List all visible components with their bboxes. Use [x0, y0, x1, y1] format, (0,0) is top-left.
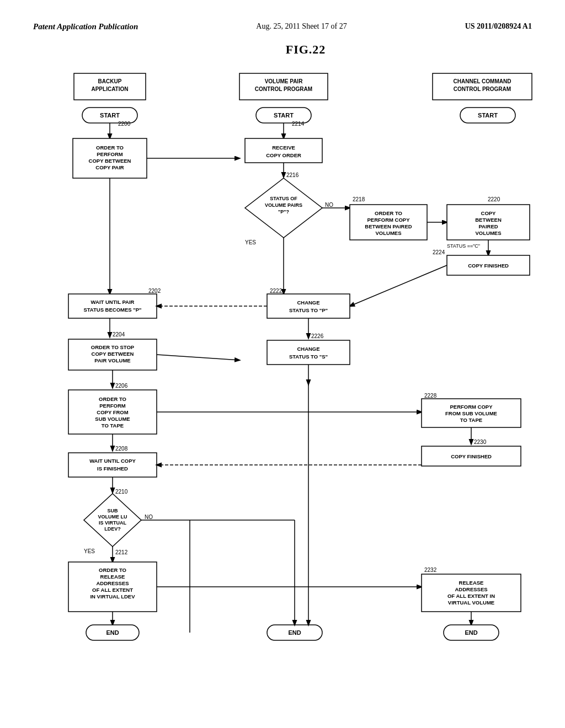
svg-text:PAIRED: PAIRED: [478, 223, 498, 229]
svg-text:2224: 2224: [433, 249, 445, 255]
svg-text:2212: 2212: [115, 549, 128, 555]
svg-text:STATUS BECOMES "P": STATUS BECOMES "P": [83, 307, 141, 313]
flowchart: BACKUP APPLICATION VOLUME PAIR CONTROL P…: [57, 68, 554, 702]
svg-text:STATUS =="C": STATUS =="C": [447, 243, 480, 249]
svg-text:WAIT UNTIL COPY: WAIT UNTIL COPY: [89, 458, 136, 464]
svg-text:YES: YES: [84, 548, 95, 554]
svg-text:STATUS TO "P": STATUS TO "P": [289, 307, 328, 313]
svg-text:2232: 2232: [424, 567, 437, 573]
svg-text:CHANNEL COMMAND: CHANNEL COMMAND: [454, 78, 511, 84]
svg-text:2228: 2228: [424, 393, 437, 399]
figure-area: FIG.22 BACKUP APPLICATION VOLUME PAIR CO…: [46, 42, 565, 702]
page: Patent Application Publication Aug. 25, …: [0, 0, 565, 728]
svg-text:START: START: [100, 112, 120, 119]
svg-text:"P"?: "P"?: [278, 209, 289, 215]
svg-text:2200: 2200: [118, 121, 131, 127]
svg-text:NO: NO: [325, 202, 333, 208]
svg-text:ORDER TO: ORDER TO: [375, 210, 402, 216]
svg-line-106: [350, 265, 447, 306]
svg-text:VIRTUAL VOLUME: VIRTUAL VOLUME: [448, 599, 494, 606]
svg-rect-21: [68, 294, 157, 318]
svg-text:2206: 2206: [115, 383, 128, 389]
svg-text:FROM SUB VOLUME: FROM SUB VOLUME: [445, 410, 497, 416]
svg-text:ADDRESSES: ADDRESSES: [96, 580, 129, 586]
svg-line-31: [157, 355, 239, 360]
svg-rect-107: [267, 294, 350, 318]
svg-text:2216: 2216: [286, 172, 299, 178]
svg-text:CHANGE: CHANGE: [297, 299, 319, 306]
svg-text:IS VIRTUAL: IS VIRTUAL: [99, 520, 127, 526]
svg-text:RELEASE: RELEASE: [459, 580, 484, 586]
svg-text:ORDER TO STOP: ORDER TO STOP: [91, 344, 135, 350]
svg-text:VOLUMES: VOLUMES: [376, 230, 402, 236]
svg-text:2210: 2210: [115, 489, 128, 495]
svg-text:PERFORM COPY: PERFORM COPY: [367, 217, 410, 223]
svg-text:COPY BETWEEN: COPY BETWEEN: [92, 351, 134, 357]
svg-text:CONTROL PROGRAM: CONTROL PROGRAM: [255, 86, 312, 92]
svg-text:2222: 2222: [270, 288, 282, 294]
svg-text:ADDRESSES: ADDRESSES: [455, 586, 487, 592]
svg-text:VOLUME LU: VOLUME LU: [98, 514, 127, 520]
svg-text:2230: 2230: [474, 439, 487, 445]
svg-text:COPY ORDER: COPY ORDER: [266, 152, 301, 158]
svg-text:CHANGE: CHANGE: [297, 346, 319, 352]
svg-text:VOLUME PAIR: VOLUME PAIR: [265, 78, 303, 84]
svg-text:LDEV?: LDEV?: [104, 526, 121, 532]
date-sheet-label: Aug. 25, 2011 Sheet 17 of 27: [256, 22, 347, 31]
svg-text:NO: NO: [145, 514, 153, 520]
svg-text:COPY FINISHED: COPY FINISHED: [468, 263, 509, 269]
svg-text:PAIR VOLUME: PAIR VOLUME: [94, 357, 130, 363]
publication-label: Patent Application Publication: [33, 22, 138, 31]
svg-text:ORDER TO: ORDER TO: [96, 144, 124, 151]
figure-title: FIG.22: [46, 42, 565, 57]
svg-text:BETWEEN: BETWEEN: [475, 217, 502, 223]
svg-text:BETWEEN PAIRED: BETWEEN PAIRED: [365, 223, 412, 229]
patent-number-label: US 2011/0208924 A1: [465, 22, 532, 31]
svg-text:PERFORM: PERFORM: [97, 151, 123, 157]
svg-text:CONTROL PROGRAM: CONTROL PROGRAM: [454, 86, 511, 92]
svg-text:IN VIRTUAL LDEV: IN VIRTUAL LDEV: [90, 593, 135, 599]
svg-text:STATUS TO "S": STATUS TO "S": [289, 354, 328, 360]
svg-text:2218: 2218: [353, 196, 365, 202]
header: Patent Application Publication Aug. 25, …: [0, 0, 565, 37]
svg-text:COPY BETWEEN: COPY BETWEEN: [89, 158, 131, 164]
svg-text:ORDER TO: ORDER TO: [99, 567, 126, 573]
svg-text:2226: 2226: [311, 333, 324, 339]
svg-text:VOLUME PAIRS: VOLUME PAIRS: [265, 202, 302, 208]
svg-text:2208: 2208: [115, 446, 128, 452]
svg-text:PERFORM COPY: PERFORM COPY: [450, 404, 493, 410]
svg-rect-43: [68, 453, 157, 477]
svg-text:TO TAPE: TO TAPE: [102, 422, 124, 429]
svg-text:OF ALL EXTENT IN: OF ALL EXTENT IN: [447, 593, 495, 599]
svg-text:YES: YES: [245, 239, 256, 245]
svg-text:TO TAPE: TO TAPE: [460, 417, 482, 423]
svg-text:ORDER TO: ORDER TO: [99, 396, 126, 402]
svg-text:COPY PAIR: COPY PAIR: [95, 164, 124, 170]
svg-text:PERFORM: PERFORM: [99, 403, 126, 409]
svg-rect-74: [245, 138, 322, 163]
svg-rect-112: [267, 340, 350, 365]
svg-text:START: START: [274, 112, 294, 119]
svg-text:APPLICATION: APPLICATION: [91, 86, 128, 92]
svg-text:END: END: [106, 629, 119, 636]
svg-text:2202: 2202: [148, 288, 161, 294]
svg-text:SUB: SUB: [107, 508, 118, 513]
svg-text:COPY FROM: COPY FROM: [97, 409, 128, 415]
svg-text:RELEASE: RELEASE: [100, 574, 125, 580]
svg-text:END: END: [465, 629, 477, 636]
svg-text:END: END: [288, 629, 301, 636]
svg-marker-79: [245, 178, 322, 238]
svg-text:WAIT UNTIL PAIR: WAIT UNTIL PAIR: [91, 299, 135, 305]
flowchart-svg: BACKUP APPLICATION VOLUME PAIR CONTROL P…: [57, 68, 554, 702]
svg-text:OF ALL EXTENT: OF ALL EXTENT: [92, 587, 133, 593]
svg-text:2220: 2220: [488, 196, 500, 202]
svg-text:VOLUMES: VOLUMES: [476, 230, 502, 236]
svg-text:2204: 2204: [113, 331, 125, 338]
svg-text:RECEIVE: RECEIVE: [272, 144, 295, 151]
svg-text:COPY: COPY: [481, 210, 497, 216]
svg-text:BACKUP: BACKUP: [98, 78, 122, 84]
svg-text:COPY FINISHED: COPY FINISHED: [451, 453, 492, 459]
svg-text:IS FINISHED: IS FINISHED: [97, 465, 128, 472]
svg-text:2214: 2214: [292, 121, 305, 127]
svg-text:STATUS OF: STATUS OF: [270, 196, 297, 201]
